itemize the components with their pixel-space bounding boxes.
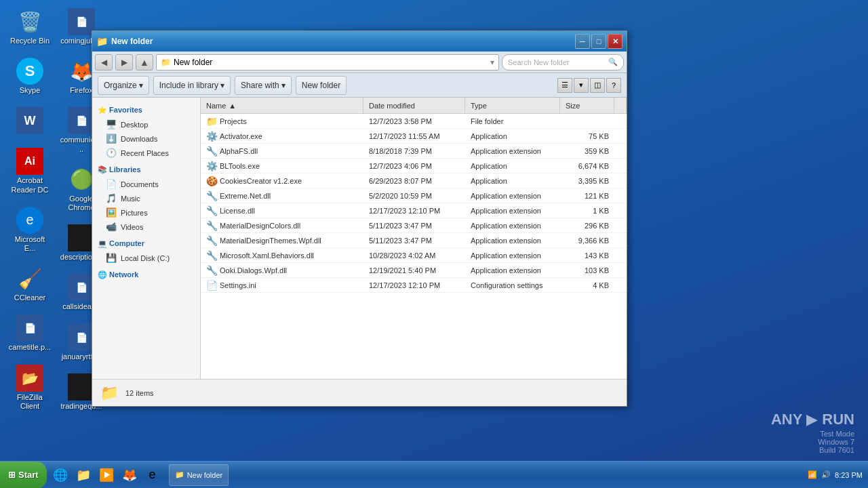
pictures-nav-label: Pictures: [121, 209, 148, 217]
libraries-icon: 📚: [98, 165, 107, 174]
maximize-button[interactable]: □: [591, 34, 606, 49]
new-folder-label: New folder: [302, 81, 340, 90]
search-icon[interactable]: 🔍: [608, 58, 618, 66]
file-name: CookiesCreator v1.2.exe: [220, 177, 302, 185]
tradingequ-icon: [68, 373, 95, 401]
taskbar-explorer-icon[interactable]: 📁: [73, 464, 94, 486]
taskbar-ie-icon[interactable]: 🌐: [50, 464, 71, 486]
search-box[interactable]: Search New folder 🔍: [502, 54, 624, 70]
table-row[interactable]: 🔧 MaterialDesignColors.dll 5/11/2023 3:4…: [201, 218, 627, 233]
forward-button[interactable]: ▶: [115, 54, 133, 70]
desktop-icon-ccleaner[interactable]: 🧹 CCleaner: [5, 262, 54, 305]
file-size-cell: 359 KB: [560, 147, 614, 155]
back-button[interactable]: ◀: [95, 54, 113, 70]
taskbar-running-items: 📁 New folder: [166, 464, 802, 486]
view-list-button[interactable]: ☰: [557, 78, 572, 93]
taskbar-edge-icon[interactable]: e: [142, 464, 163, 486]
help-button[interactable]: ?: [606, 78, 621, 93]
nav-item-local-disk[interactable]: 💾 Local Disk (C:): [92, 251, 200, 265]
nav-item-music[interactable]: 🎵 Music: [92, 191, 200, 205]
table-row[interactable]: 🔧 Microsoft.Xaml.Behaviors.dll 10/28/202…: [201, 248, 627, 263]
table-row[interactable]: 📄 Settings.ini 12/17/2023 12:10 PM Confi…: [201, 278, 627, 293]
table-row[interactable]: 🔧 License.dll 12/17/2023 12:10 PM Applic…: [201, 203, 627, 218]
table-row[interactable]: 🍪 CookiesCreator v1.2.exe 6/29/2023 8:07…: [201, 174, 627, 188]
file-name-cell: 🔧 Extreme.Net.dll: [201, 190, 363, 201]
nav-item-recent-places[interactable]: 🕐 Recent Places: [92, 146, 200, 160]
taskbar-tray: 📶 🔊 8:23 PM: [802, 470, 868, 479]
include-library-label: Include in library: [159, 81, 218, 90]
favorites-header[interactable]: ⭐ Favorites: [92, 103, 200, 117]
file-name-cell: 🔧 Microsoft.Xaml.Behaviors.dll: [201, 250, 363, 261]
volume-tray-icon[interactable]: 🔊: [821, 470, 831, 479]
organize-button[interactable]: Organize ▾: [98, 76, 149, 95]
file-type-cell: Application: [465, 162, 560, 170]
window-title: New folder: [111, 37, 575, 46]
start-button[interactable]: ⊞ Start: [0, 462, 47, 489]
skype-icon: S: [16, 58, 43, 85]
desktop-icon-edge[interactable]: e Microsoft E...: [5, 204, 54, 256]
file-size-cell: 143 KB: [560, 251, 614, 260]
column-header-date[interactable]: Date modified: [363, 98, 465, 113]
file-size-cell: 1 KB: [560, 207, 614, 215]
file-date-cell: 10/28/2023 4:02 AM: [363, 251, 465, 260]
column-header-name[interactable]: Name ▲: [201, 98, 363, 113]
name-col-label: Name: [206, 102, 226, 110]
table-row[interactable]: 🔧 MaterialDesignThemes.Wpf.dll 5/11/2023…: [201, 233, 627, 248]
folder-icon: 📁: [96, 36, 107, 47]
firefox-label: Firefox: [70, 86, 93, 95]
desktop-icon-recycle-bin[interactable]: 🗑️ Recycle Bin: [5, 5, 54, 48]
desktop-icon-word[interactable]: W: [5, 104, 54, 138]
up-button[interactable]: ▲: [136, 54, 153, 70]
table-row[interactable]: ⚙️ BLTools.exe 12/7/2023 4:06 PM Applica…: [201, 159, 627, 174]
desktop-icon-skype[interactable]: S Skype: [5, 55, 54, 98]
taskbar-folder-icon: 📁: [175, 470, 184, 479]
description-icon: [68, 224, 95, 251]
nav-item-documents[interactable]: 📄 Documents: [92, 177, 200, 191]
table-row[interactable]: ⚙️ Activator.exe 12/17/2023 11:55 AM App…: [201, 129, 627, 144]
nav-item-pictures[interactable]: 🖼️ Pictures: [92, 205, 200, 220]
desktop-icon-cametitle[interactable]: 📄 cametitle.p...: [5, 312, 54, 354]
network-header[interactable]: 🌐 Network: [92, 268, 200, 282]
status-bar: 📁 12 items: [92, 379, 627, 406]
table-row[interactable]: 📁 Projects 12/7/2023 3:58 PM File folder: [201, 114, 627, 129]
minimize-button[interactable]: ─: [575, 34, 590, 49]
nav-item-desktop[interactable]: 🖥️ Desktop: [92, 117, 200, 131]
file-date-cell: 12/19/2021 5:40 PM: [363, 266, 465, 274]
preview-pane-button[interactable]: ◫: [590, 78, 605, 93]
taskbar-wmp-icon[interactable]: ▶️: [96, 464, 117, 486]
network-tray-icon[interactable]: 📶: [808, 470, 817, 479]
table-row[interactable]: 🔧 AlphaFS.dll 8/18/2018 7:39 PM Applicat…: [201, 144, 627, 159]
nav-item-videos[interactable]: 📹 Videos: [92, 220, 200, 234]
taskbar-explorer-window[interactable]: 📁 New folder: [169, 464, 229, 486]
include-library-dropdown-icon: ▾: [220, 81, 224, 90]
address-path-field[interactable]: 📁 New folder ▾: [156, 54, 499, 70]
desktop-icon-acrobat[interactable]: Ai Acrobat Reader DC: [5, 145, 54, 197]
table-row[interactable]: 🔧 Extreme.Net.dll 5/2/2020 10:59 PM Appl…: [201, 188, 627, 203]
share-with-button[interactable]: Share with ▾: [235, 76, 292, 95]
desktop-icon-filezilla[interactable]: 📂 FileZilla Client: [5, 362, 54, 413]
computer-header[interactable]: 💻 Computer: [92, 237, 200, 251]
libraries-header[interactable]: 📚 Libraries: [92, 163, 200, 177]
column-header-type[interactable]: Type: [465, 98, 560, 113]
view-dropdown-button[interactable]: ▾: [574, 78, 589, 93]
file-type-icon: 🔧: [206, 235, 217, 246]
file-name-cell: 📄 Settings.ini: [201, 280, 363, 291]
explorer-window: 📁 New folder ─ □ ✕ ◀ ▶ ▲ 📁 New folder ▾ …: [92, 30, 627, 407]
nav-item-downloads[interactable]: ⬇️ Downloads: [92, 131, 200, 146]
close-button[interactable]: ✕: [608, 34, 623, 49]
file-name: License.dll: [220, 207, 255, 215]
pictures-nav-icon: 🖼️: [106, 207, 117, 218]
new-folder-button[interactable]: New folder: [296, 76, 347, 95]
file-type-icon: 🔧: [206, 250, 217, 261]
taskbar-firefox-icon[interactable]: 🦊: [119, 464, 140, 486]
sort-arrow-icon: ▲: [229, 102, 236, 110]
table-row[interactable]: 🔧 Ooki.Dialogs.Wpf.dll 12/19/2021 5:40 P…: [201, 263, 627, 278]
clock[interactable]: 8:23 PM: [835, 471, 863, 479]
include-library-button[interactable]: Include in library ▾: [153, 76, 231, 95]
file-name: MaterialDesignThemes.Wpf.dll: [220, 237, 321, 245]
column-header-size[interactable]: Size: [560, 98, 614, 113]
file-size-cell: 9,366 KB: [560, 237, 614, 245]
address-dropdown-icon[interactable]: ▾: [490, 58, 494, 67]
videos-nav-icon: 📹: [106, 222, 117, 232]
file-date-cell: 12/7/2023 4:06 PM: [363, 162, 465, 170]
